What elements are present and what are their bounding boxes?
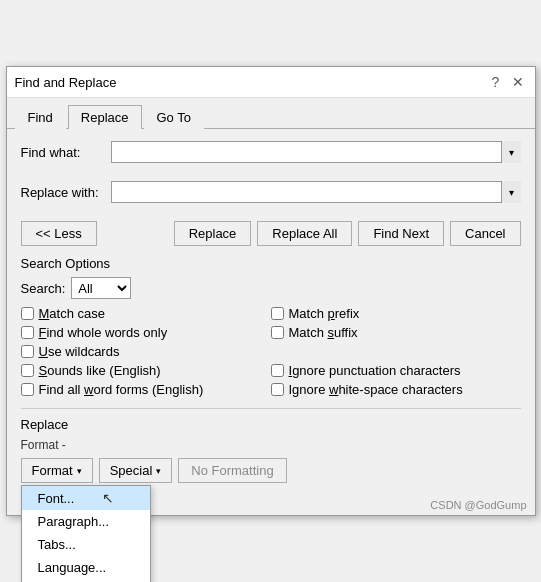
special-dropdown-arrow: ▾ [156,466,161,476]
find-what-input[interactable] [111,141,521,163]
checkbox-match-case: Match case [21,305,271,322]
menu-item-language[interactable]: Language... [22,556,150,579]
ignore-punctuation-checkbox[interactable] [271,364,284,377]
checkbox-sounds-like: Sounds like (English) [21,362,271,379]
format-dropdown-button[interactable]: Format ▾ [21,458,93,483]
dialog-title: Find and Replace [15,75,117,90]
find-next-button[interactable]: Find Next [358,221,444,246]
action-buttons-row: << Less Replace Replace All Find Next Ca… [21,221,521,246]
find-what-wrap: ▾ [111,141,521,163]
search-row: Search: All Up Down [21,277,521,299]
match-case-label: Match case [39,306,106,321]
format-btn-label: Format [32,463,73,478]
wildcards-label: Use wildcards [39,344,120,359]
search-select[interactable]: All Up Down [71,277,131,299]
format-dropdown-arrow: ▾ [77,466,82,476]
empty-col [271,343,521,360]
menu-item-font-label: Font... [38,491,75,506]
replace-section: Replace Format - Format ▾ Special ▾ No F… [21,408,521,483]
cursor-icon: ↖ [102,490,114,506]
wildcards-checkbox[interactable] [21,345,34,358]
checkbox-ignore-whitespace: Ignore white-space characters [271,381,521,398]
checkbox-whole-words: Find whole words only [21,324,271,341]
ignore-whitespace-label: Ignore white-space characters [289,382,463,397]
replace-with-label: Replace with: [21,185,111,200]
match-suffix-checkbox[interactable] [271,326,284,339]
sounds-like-label: Sounds like (English) [39,363,161,378]
replace-buttons-row: Format ▾ Special ▾ No Formatting Font...… [21,458,521,483]
replace-section-label: Replace [21,417,521,432]
special-dropdown-button[interactable]: Special ▾ [99,458,173,483]
match-suffix-label: Match suffix [289,325,358,340]
all-word-forms-label: Find all word forms (English) [39,382,204,397]
close-button[interactable]: ✕ [509,73,527,91]
search-options-label: Search Options [21,256,521,271]
match-case-checkbox[interactable] [21,307,34,320]
menu-item-paragraph[interactable]: Paragraph... [22,510,150,533]
no-formatting-button[interactable]: No Formatting [178,458,286,483]
options-grid: Match case Match prefix Find whole words… [21,305,521,398]
find-replace-dialog: Find and Replace ? ✕ Find Replace Go To … [6,66,536,516]
find-what-label: Find what: [21,145,111,160]
all-word-forms-checkbox[interactable] [21,383,34,396]
whole-words-checkbox[interactable] [21,326,34,339]
ignore-whitespace-checkbox[interactable] [271,383,284,396]
checkbox-wildcards: Use wildcards [21,343,271,360]
format-dropdown-menu: Font... ↖ Paragraph... Tabs... Language.… [21,485,151,582]
menu-item-font[interactable]: Font... ↖ [22,486,150,510]
tab-find[interactable]: Find [15,105,66,129]
cancel-button[interactable]: Cancel [450,221,520,246]
replace-with-input[interactable] [111,181,521,203]
less-button[interactable]: << Less [21,221,97,246]
replace-button[interactable]: Replace [174,221,252,246]
checkbox-match-suffix: Match suffix [271,324,521,341]
replace-with-dropdown[interactable]: ▾ [501,181,521,203]
tab-goto[interactable]: Go To [144,105,204,129]
title-bar: Find and Replace ? ✕ [7,67,535,98]
dialog-content: Find what: ▾ Replace with: ▾ << Less Rep… [7,129,535,495]
match-prefix-checkbox[interactable] [271,307,284,320]
match-prefix-label: Match prefix [289,306,360,321]
replace-with-wrap: ▾ [111,181,521,203]
find-what-dropdown[interactable]: ▾ [501,141,521,163]
special-btn-label: Special [110,463,153,478]
format-indicator: Format - [21,438,521,454]
find-what-row: Find what: ▾ [21,141,521,163]
replace-all-button[interactable]: Replace All [257,221,352,246]
whole-words-label: Find whole words only [39,325,168,340]
tab-replace[interactable]: Replace [68,105,142,129]
title-controls: ? ✕ [487,73,527,91]
sounds-like-checkbox[interactable] [21,364,34,377]
checkbox-all-word-forms: Find all word forms (English) [21,381,271,398]
replace-with-row: Replace with: ▾ [21,181,521,203]
menu-item-tabs[interactable]: Tabs... [22,533,150,556]
ignore-punctuation-label: Ignore punctuation characters [289,363,461,378]
checkbox-ignore-punctuation: Ignore punctuation characters [271,362,521,379]
tabs-row: Find Replace Go To [7,98,535,129]
help-button[interactable]: ? [487,73,505,91]
checkbox-match-prefix: Match prefix [271,305,521,322]
search-label: Search: [21,281,66,296]
